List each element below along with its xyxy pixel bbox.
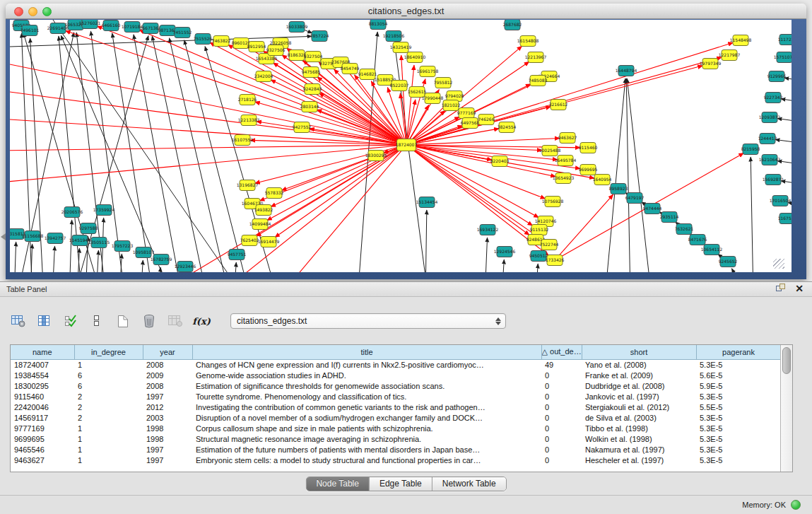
show-column-icon[interactable] bbox=[36, 313, 53, 329]
cell-name[interactable]: 9115460 bbox=[11, 391, 74, 402]
cell-title[interactable]: Corpus callosum shape and size in male p… bbox=[192, 423, 541, 433]
table-row[interactable]: 1830029562008Estimation of significance … bbox=[11, 380, 781, 391]
cell-out_degree[interactable]: 0 bbox=[541, 380, 582, 391]
cell-year[interactable]: 1998 bbox=[143, 423, 192, 433]
column-header-title[interactable]: title bbox=[192, 345, 541, 359]
column-header-out_degree[interactable]: △ out_de… bbox=[541, 345, 582, 359]
cell-title[interactable]: Tourette syndrome. Phenomenology and cla… bbox=[192, 391, 541, 402]
column-header-short[interactable]: short bbox=[582, 345, 696, 359]
cell-title[interactable]: Changes of HCN gene expression and I(f) … bbox=[192, 359, 541, 370]
cell-short[interactable]: Hescheler et al. (1997) bbox=[582, 455, 696, 465]
table-row[interactable]: 911546021997Tourette syndrome. Phenomeno… bbox=[11, 391, 781, 402]
cell-name[interactable]: 9699695 bbox=[11, 433, 74, 444]
close-button[interactable] bbox=[14, 7, 23, 16]
cell-short[interactable]: Nakamura et al. (1997) bbox=[582, 444, 696, 455]
cell-in_degree[interactable]: 1 bbox=[74, 433, 143, 444]
cell-pagerank[interactable]: 5.9E-5 bbox=[696, 380, 781, 391]
cell-year[interactable]: 2012 bbox=[143, 402, 192, 412]
cell-short[interactable]: Tibbo et al. (1998) bbox=[582, 423, 696, 433]
cell-pagerank[interactable]: 5.3E-5 bbox=[696, 359, 781, 370]
network-graph[interactable]: 9405574749610122691406106532871527602164… bbox=[10, 20, 792, 272]
cell-short[interactable]: Wolkin et al. (1998) bbox=[582, 433, 696, 444]
cell-title[interactable]: Estimation of the future numbers of pati… bbox=[192, 444, 541, 455]
cell-pagerank[interactable]: 5.3E-5 bbox=[696, 433, 781, 444]
cell-out_degree[interactable]: 0 bbox=[541, 402, 582, 412]
function-builder-icon[interactable]: f(x) bbox=[193, 313, 210, 329]
table-selector-dropdown[interactable]: citations_edges.txt bbox=[230, 313, 506, 329]
cell-pagerank[interactable]: 5.5E-5 bbox=[696, 402, 781, 412]
table-row[interactable]: 969969511998Structural magnetic resonanc… bbox=[11, 433, 781, 444]
zoom-button[interactable] bbox=[42, 7, 52, 16]
cell-in_degree[interactable]: 1 bbox=[74, 444, 143, 455]
cell-out_degree[interactable]: 0 bbox=[541, 433, 582, 444]
cell-short[interactable]: Yano et al. (2008) bbox=[582, 359, 696, 370]
cell-title[interactable]: Investigating the contribution of common… bbox=[192, 402, 541, 412]
table-row[interactable]: 2242004622012Investigating the contribut… bbox=[11, 402, 781, 412]
column-header-pagerank[interactable]: pagerank bbox=[696, 345, 781, 359]
cell-short[interactable]: Jankovic et al. (1997) bbox=[582, 391, 696, 402]
cell-year[interactable]: 2009 bbox=[143, 370, 192, 380]
cell-out_degree[interactable]: 0 bbox=[541, 391, 582, 402]
table-row[interactable]: 1872400712008Changes of HCN gene express… bbox=[11, 359, 781, 370]
minimize-button[interactable] bbox=[28, 7, 37, 16]
table-row[interactable]: 946554611997Estimation of the future num… bbox=[11, 444, 781, 455]
cell-in_degree[interactable]: 1 bbox=[74, 455, 143, 465]
cell-in_degree[interactable]: 6 bbox=[74, 380, 143, 391]
table-scrollbar[interactable] bbox=[780, 345, 792, 472]
cell-name[interactable]: 9777169 bbox=[11, 423, 74, 433]
cell-in_degree[interactable]: 1 bbox=[74, 423, 143, 433]
new-table-icon[interactable] bbox=[114, 313, 131, 329]
cell-name[interactable]: 9465546 bbox=[11, 444, 74, 455]
window-titlebar[interactable]: citations_edges.txt bbox=[6, 4, 806, 19]
import-table-icon[interactable] bbox=[167, 313, 184, 329]
column-header-year[interactable]: year bbox=[143, 345, 192, 359]
float-panel-icon[interactable] bbox=[776, 284, 787, 294]
cell-in_degree[interactable]: 1 bbox=[74, 359, 143, 370]
close-panel-icon[interactable]: ✕ bbox=[795, 284, 804, 294]
cell-short[interactable]: de Silva et al. (2003) bbox=[582, 412, 696, 423]
cell-out_degree[interactable]: 49 bbox=[541, 359, 582, 370]
cell-name[interactable]: 18300295 bbox=[11, 380, 74, 391]
cell-out_degree[interactable]: 0 bbox=[541, 412, 582, 423]
cell-name[interactable]: 14569117 bbox=[11, 412, 74, 423]
column-header-in_degree[interactable]: in_degree bbox=[74, 345, 143, 359]
cell-out_degree[interactable]: 0 bbox=[541, 423, 582, 433]
cell-title[interactable]: Embryonic stem cells: a model to study s… bbox=[192, 455, 541, 465]
cell-year[interactable]: 1997 bbox=[143, 444, 192, 455]
cell-year[interactable]: 1997 bbox=[143, 391, 192, 402]
cell-out_degree[interactable]: 0 bbox=[541, 444, 582, 455]
cell-pagerank[interactable]: 5.3E-5 bbox=[696, 455, 781, 465]
cell-year[interactable]: 1997 bbox=[143, 455, 192, 465]
cell-title[interactable]: Estimation of significance thresholds fo… bbox=[192, 380, 541, 391]
cell-pagerank[interactable]: 5.3E-5 bbox=[696, 423, 781, 433]
cell-pagerank[interactable]: 5.6E-5 bbox=[696, 370, 781, 380]
cell-year[interactable]: 2008 bbox=[143, 380, 192, 391]
cell-pagerank[interactable]: 5.3E-5 bbox=[696, 412, 781, 423]
cell-pagerank[interactable]: 5.3E-5 bbox=[696, 444, 781, 455]
cell-name[interactable]: 9463627 bbox=[11, 455, 74, 465]
cell-short[interactable]: Franke et al. (2009) bbox=[582, 370, 696, 380]
table-mode-icon[interactable] bbox=[10, 313, 27, 329]
cell-title[interactable]: Disruption of a novel member of a sodium… bbox=[192, 412, 541, 423]
unselect-columns-icon[interactable] bbox=[88, 313, 105, 329]
cell-out_degree[interactable]: 0 bbox=[541, 370, 582, 380]
memory-ok-icon[interactable] bbox=[791, 500, 801, 510]
table-row[interactable]: 946362711997Embryonic stem cells: a mode… bbox=[11, 455, 781, 465]
select-all-columns-icon[interactable] bbox=[62, 313, 79, 329]
cell-name[interactable]: 18724007 bbox=[11, 359, 74, 370]
table-row[interactable]: 1938455462009Genome-wide association stu… bbox=[11, 370, 781, 380]
tab-node-table[interactable]: Node Table bbox=[306, 477, 369, 491]
cell-title[interactable]: Genome-wide association studies in ADHD. bbox=[192, 370, 541, 380]
panel-collapse-arrow[interactable] bbox=[1, 233, 6, 240]
resize-grip-icon[interactable] bbox=[773, 259, 784, 269]
tab-edge-table[interactable]: Edge Table bbox=[369, 477, 432, 491]
table-row[interactable]: 1456911722003Disruption of a novel membe… bbox=[11, 412, 781, 423]
cell-year[interactable]: 1998 bbox=[143, 433, 192, 444]
cell-in_degree[interactable]: 6 bbox=[74, 370, 143, 380]
column-header-name[interactable]: name bbox=[11, 345, 74, 359]
cell-title[interactable]: Structural magnetic resonance image aver… bbox=[192, 433, 541, 444]
cell-name[interactable]: 22420046 bbox=[11, 402, 74, 412]
tab-network-table[interactable]: Network Table bbox=[432, 477, 506, 491]
cell-in_degree[interactable]: 2 bbox=[74, 412, 143, 423]
cell-year[interactable]: 2003 bbox=[143, 412, 192, 423]
